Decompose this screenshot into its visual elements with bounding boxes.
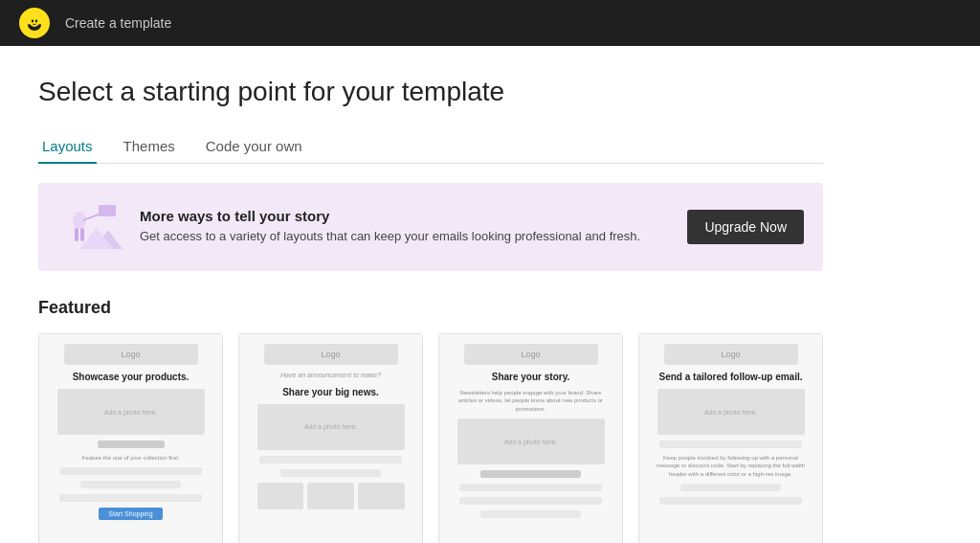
- template-preview-followup: Logo Send a tailored follow-up email. Ad…: [639, 334, 822, 543]
- template-preview-sell-products: Logo Showcase your products. Add a photo…: [39, 334, 222, 543]
- promo-text-block: More ways to tell your story Get access …: [140, 208, 672, 245]
- mock-line-story-4: [480, 510, 581, 518]
- template-card-sell-products[interactable]: Logo Showcase your products. Add a photo…: [38, 333, 223, 543]
- mock-image-followup: Add a photo here.: [657, 389, 805, 435]
- mailchimp-logo: [19, 8, 50, 38]
- mock-line-story-2: [459, 484, 602, 491]
- mock-headline-ann: Share your big news.: [282, 386, 379, 398]
- template-preview-story: Logo Share your story. Newsletters help …: [439, 334, 622, 543]
- mock-subtext-story: Newsletters help people engage with your…: [456, 389, 607, 413]
- svg-rect-10: [99, 205, 116, 216]
- mock-line-ann-2: [280, 469, 381, 477]
- svg-rect-8: [80, 228, 84, 241]
- mock-line-followup-2: [680, 484, 781, 491]
- mock-cta-sell: Start Shopping: [99, 508, 162, 520]
- template-card-followup[interactable]: Logo Send a tailored follow-up email. Ad…: [638, 333, 823, 543]
- svg-point-2: [32, 20, 33, 23]
- mock-line-story-3: [459, 497, 602, 505]
- promo-illustration: [57, 198, 124, 256]
- mock-line-followup-3: [659, 497, 802, 505]
- template-card-announcement[interactable]: Logo Have an announcement to make? Share…: [238, 333, 423, 543]
- mock-headline-story: Share your story.: [492, 371, 570, 383]
- mock-line-4: [59, 494, 202, 502]
- main-content: Select a starting point for your templat…: [0, 46, 861, 543]
- mock-logo-story: Logo: [464, 344, 598, 365]
- mock-image-ann: Add a photo here.: [257, 404, 405, 450]
- upgrade-now-button[interactable]: Upgrade Now: [687, 210, 804, 244]
- mock-image-story: Add a photo here.: [457, 419, 605, 464]
- svg-point-5: [38, 20, 42, 25]
- mock-line-3: [80, 481, 181, 488]
- promo-heading: More ways to tell your story: [140, 208, 672, 224]
- mock-subtext-sell: Feature the star of your collection firs…: [56, 454, 207, 462]
- svg-point-3: [35, 20, 37, 23]
- mock-image-sell: Add a photo here.: [57, 389, 205, 435]
- featured-section-title: Featured: [38, 298, 823, 318]
- svg-rect-7: [75, 228, 78, 241]
- mock-logo-followup: Logo: [664, 344, 798, 365]
- mock-headline-sell: Showcase your products.: [73, 371, 189, 383]
- top-navigation: Create a template: [0, 0, 980, 46]
- promo-body: Get access to a variety of layouts that …: [140, 228, 672, 245]
- template-card-story[interactable]: Logo Share your story. Newsletters help …: [438, 333, 623, 543]
- mock-logo-sell: Logo: [64, 344, 198, 365]
- mock-headline-followup: Send a tailored follow-up email.: [658, 371, 802, 383]
- promo-banner: More ways to tell your story Get access …: [38, 183, 823, 271]
- svg-point-4: [28, 20, 32, 25]
- tab-layouts[interactable]: Layouts: [38, 130, 97, 164]
- mock-line-2: [59, 467, 202, 475]
- mock-italic-ann: Have an announcement to make?: [256, 371, 407, 380]
- template-preview-announcement: Logo Have an announcement to make? Share…: [239, 334, 422, 543]
- mock-line-1: [98, 441, 165, 448]
- nav-title: Create a template: [65, 15, 171, 31]
- tab-code-your-own[interactable]: Code your own: [202, 130, 306, 164]
- mock-image-row-ann: [257, 483, 405, 509]
- mock-line-story-1: [480, 470, 581, 478]
- tab-bar: Layouts Themes Code your own: [38, 130, 823, 164]
- mock-line-followup-1: [659, 441, 802, 448]
- mock-logo-ann: Logo: [264, 344, 398, 365]
- template-grid: Logo Showcase your products. Add a photo…: [38, 333, 823, 543]
- mock-subtext-followup: Keep people involved by following up wit…: [656, 454, 807, 478]
- page-title: Select a starting point for your templat…: [38, 77, 823, 107]
- tab-themes[interactable]: Themes: [120, 130, 179, 164]
- mock-line-ann-1: [259, 456, 402, 464]
